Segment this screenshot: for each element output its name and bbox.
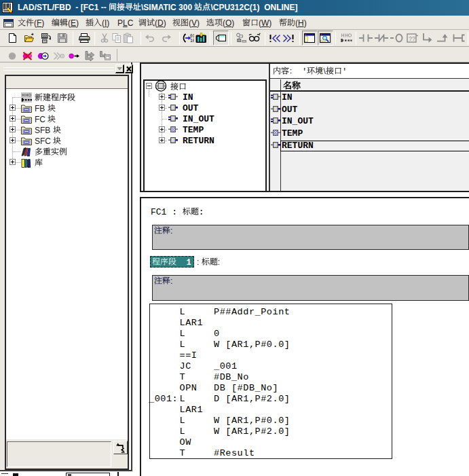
svg-text:??: ?? — [409, 35, 415, 42]
svg-text:10: 10 — [190, 39, 194, 43]
svg-text:01: 01 — [190, 34, 194, 39]
